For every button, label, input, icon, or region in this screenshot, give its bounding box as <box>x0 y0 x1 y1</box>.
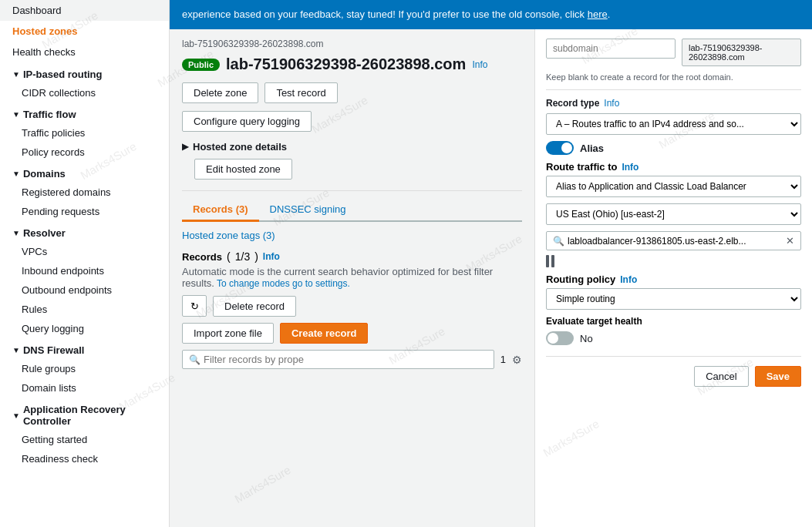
sidebar-section-dns-firewall[interactable]: ▼ DNS Firewall <box>0 338 169 359</box>
records-header: Records ( 1/3 ) Info <box>182 250 522 263</box>
content-split: lab-751906329398-26023898.com Public lab… <box>170 29 812 527</box>
main-content: experience based on your feedback, stay … <box>170 0 812 527</box>
sidebar-item-pending-requests[interactable]: Pending requests <box>0 202 169 221</box>
routing-policy-row: Routing policy Info <box>546 274 801 285</box>
records-count-value: 1/3 <box>235 250 250 263</box>
alias-row: Alias <box>546 141 801 155</box>
sidebar-item-outbound-endpoints[interactable]: Outbound endpoints <box>0 280 169 300</box>
record-type-select[interactable]: A – Routes traffic to an IPv4 address an… <box>546 113 801 135</box>
sidebar-item-inbound-endpoints[interactable]: Inbound endpoints <box>0 261 169 280</box>
hosted-zone-details-toggle[interactable]: ▶ Hosted zone details <box>182 141 522 153</box>
delete-zone-button[interactable]: Delete zone <box>182 82 258 103</box>
no-label: No <box>580 333 593 344</box>
domain-value: lab-751906329398-26023898.com <box>682 39 801 66</box>
collapse-triangle-icon: ▼ <box>12 229 20 237</box>
pause-bar-1 <box>546 255 549 267</box>
routing-policy-select[interactable]: Simple routing <box>546 288 801 310</box>
record-type-row: Record type Info <box>546 98 801 109</box>
sidebar-item-health-checks[interactable]: Health checks <box>0 42 169 62</box>
search-icon: 🔍 <box>189 354 200 365</box>
tab-dnssec[interactable]: DNSSEC signing <box>259 199 357 222</box>
subdomain-row: lab-751906329398-26023898.com <box>546 39 801 66</box>
banner-text: experience based on your feedback, stay … <box>182 8 585 20</box>
record-type-info-link[interactable]: Info <box>604 98 619 109</box>
route-traffic-select-1[interactable]: Alias to Application and Classic Load Ba… <box>546 176 801 197</box>
record-type-label: Record type <box>546 98 599 109</box>
edit-hosted-zone-button[interactable]: Edit hosted zone <box>194 159 292 180</box>
breadcrumb: lab-751906329398-26023898.com <box>182 39 522 49</box>
arrow-icon: ▶ <box>182 142 188 152</box>
save-button[interactable]: Save <box>755 366 801 387</box>
sidebar-item-domain-lists[interactable]: Domain lists <box>0 378 169 398</box>
sidebar-section-resolver[interactable]: ▼ Resolver <box>0 221 169 242</box>
cancel-button[interactable]: Cancel <box>694 366 748 387</box>
subdomain-input[interactable] <box>546 39 676 59</box>
hosted-zone-tags[interactable]: Hosted zone tags (3) <box>182 230 522 241</box>
pause-icon <box>546 255 801 267</box>
evaluate-health-toggle[interactable] <box>546 331 574 345</box>
records-toolbar: ↻ Delete record <box>182 295 522 317</box>
alias-toggle[interactable] <box>546 141 574 155</box>
hosted-zone-details-label: Hosted zone details <box>193 141 287 153</box>
sidebar-item-traffic-policies[interactable]: Traffic policies <box>0 123 169 143</box>
zone-name: lab-751906329398-26023898.com <box>226 55 466 73</box>
sidebar-item-getting-started[interactable]: Getting started <box>0 430 169 449</box>
zone-title: Public lab-751906329398-26023898.com Inf… <box>182 55 522 73</box>
pause-bar-2 <box>551 255 554 267</box>
sidebar-item-dashboard[interactable]: Dashboard <box>0 0 169 21</box>
keep-blank-note: Keep blank to create a record for the ro… <box>546 72 801 82</box>
delete-record-button[interactable]: Delete record <box>213 296 296 317</box>
records-count: ( <box>227 250 231 263</box>
zone-info-link[interactable]: Info <box>472 59 487 70</box>
records-toolbar2: Import zone file Create record <box>182 323 522 344</box>
collapse-triangle-icon: ▼ <box>12 411 20 420</box>
collapse-triangle-icon: ▼ <box>12 70 20 79</box>
load-balancer-search-icon: 🔍 <box>553 236 564 247</box>
no-toggle-row: No <box>546 331 801 345</box>
sidebar-item-registered-domains[interactable]: Registered domains <box>0 183 169 202</box>
zone-actions: Delete zone Test record <box>182 82 522 103</box>
sidebar-item-vpcs[interactable]: VPCs <box>0 242 169 261</box>
route-traffic-label: Route traffic to Info <box>546 161 801 173</box>
public-badge: Public <box>182 59 220 71</box>
route-traffic-text: Route traffic to <box>546 161 617 173</box>
change-modes-link[interactable]: To change modes go to settings. <box>217 278 350 289</box>
create-record-button[interactable]: Create record <box>280 323 369 344</box>
load-balancer-search-wrap: 🔍 ✕ <box>546 231 801 250</box>
route-traffic-info-link[interactable]: Info <box>622 162 638 173</box>
tab-records[interactable]: Records (3) <box>182 199 259 222</box>
sidebar-item-policy-records[interactable]: Policy records <box>0 143 169 162</box>
routing-policy-info-link[interactable]: Info <box>620 274 637 285</box>
settings-icon[interactable]: ⚙ <box>512 354 522 366</box>
page-indicator: 1 <box>500 354 506 365</box>
sidebar-item-cidr-collections[interactable]: CIDR collections <box>0 83 169 102</box>
sidebar-item-rules[interactable]: Rules <box>0 300 169 319</box>
clear-icon[interactable]: ✕ <box>786 235 794 247</box>
center-panel: lab-751906329398-26023898.com Public lab… <box>170 29 534 527</box>
sidebar-section-arc[interactable]: ▼ Application Recovery Controller <box>0 398 169 430</box>
tabs: Records (3) DNSSEC signing <box>182 199 522 222</box>
sidebar: Dashboard Hosted zones Health checks ▼ I… <box>0 0 170 527</box>
records-count-end: ) <box>254 250 258 263</box>
refresh-button[interactable]: ↻ <box>182 295 207 317</box>
banner-link[interactable]: here <box>588 8 608 20</box>
configure-row: Configure query logging <box>182 111 522 132</box>
top-banner: experience based on your feedback, stay … <box>170 0 812 29</box>
route-traffic-select-2[interactable]: US East (Ohio) [us-east-2] <box>546 203 801 225</box>
test-record-button[interactable]: Test record <box>264 82 337 103</box>
sidebar-section-traffic-flow[interactable]: ▼ Traffic flow <box>0 102 169 123</box>
records-title: Records <box>182 251 222 263</box>
right-panel: lab-751906329398-26023898.com Keep blank… <box>534 29 812 527</box>
load-balancer-search-input[interactable] <box>568 236 786 247</box>
configure-query-logging-button[interactable]: Configure query logging <box>182 111 312 132</box>
sidebar-item-readiness-check[interactable]: Readiness check <box>0 449 169 468</box>
sidebar-item-query-logging[interactable]: Query logging <box>0 319 169 338</box>
sidebar-item-rule-groups[interactable]: Rule groups <box>0 359 169 378</box>
sidebar-section-domains[interactable]: ▼ Domains <box>0 162 169 183</box>
sidebar-item-hosted-zones[interactable]: Hosted zones <box>0 21 169 42</box>
records-info-link[interactable]: Info <box>263 251 280 262</box>
search-input[interactable] <box>204 354 487 365</box>
sidebar-section-ip-based-routing[interactable]: ▼ IP-based routing <box>0 62 169 83</box>
import-zone-file-button[interactable]: Import zone file <box>182 323 274 344</box>
auto-mode-note: Automatic mode is the current search beh… <box>182 266 522 289</box>
